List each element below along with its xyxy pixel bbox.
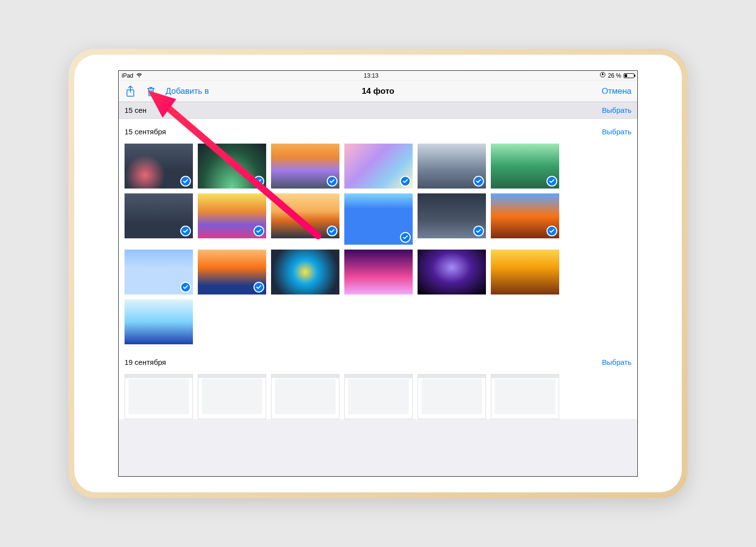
photo-thumbnail[interactable]: [491, 193, 559, 238]
section-header: 19 сентября Выбрать: [119, 355, 637, 370]
selected-checkmark-icon: [400, 176, 411, 187]
wifi-icon: [136, 72, 143, 79]
photo-thumbnail[interactable]: [344, 374, 413, 419]
battery-percent: 26 %: [608, 72, 621, 79]
selected-checkmark-icon: [327, 176, 337, 187]
status-bar: iPad 13:13 26 %: [119, 71, 637, 81]
photo-thumbnail[interactable]: [344, 250, 413, 295]
selected-checkmark-icon: [473, 226, 484, 236]
photo-thumbnail[interactable]: [271, 250, 339, 295]
device-label: iPad: [122, 72, 133, 79]
nav-title: 14 фото: [362, 86, 395, 96]
selected-checkmark-icon: [253, 176, 264, 187]
photo-thumbnail[interactable]: [491, 374, 559, 419]
rotation-lock-icon: [600, 72, 606, 79]
selected-checkmark-icon: [253, 282, 264, 293]
photo-thumbnail[interactable]: [125, 250, 193, 295]
selected-checkmark-icon: [400, 232, 411, 243]
photo-thumbnail[interactable]: [198, 144, 266, 189]
selected-checkmark-icon: [180, 226, 191, 236]
photo-thumbnail[interactable]: [418, 193, 486, 238]
trash-button[interactable]: [145, 85, 157, 97]
photo-thumbnail[interactable]: [344, 193, 413, 245]
photo-thumbnail[interactable]: [491, 144, 559, 189]
select-link[interactable]: Выбрать: [602, 358, 631, 366]
photo-thumbnail[interactable]: [125, 299, 193, 344]
photo-thumbnail[interactable]: [125, 374, 193, 419]
photo-thumbnail[interactable]: [198, 250, 266, 295]
photo-thumbnail[interactable]: [125, 144, 193, 189]
photo-thumbnail[interactable]: [125, 193, 193, 238]
screen: iPad 13:13 26 %: [118, 70, 638, 477]
select-link[interactable]: Выбрать: [602, 127, 631, 136]
photo-grid: [119, 370, 637, 419]
section-date: 15 сентября: [125, 127, 166, 136]
selected-checkmark-icon: [180, 282, 191, 293]
device-bezel: iPad 13:13 26 %: [74, 55, 682, 492]
photo-thumbnail[interactable]: [344, 144, 413, 189]
photo-thumbnail[interactable]: [418, 250, 486, 295]
section-date: 15 сен: [125, 106, 147, 114]
photo-grid: [119, 140, 637, 355]
photo-thumbnail[interactable]: [271, 193, 339, 238]
selected-checkmark-icon: [327, 226, 337, 236]
add-to-button[interactable]: Добавить в: [166, 86, 209, 96]
section-header-partial: 15 сен Выбрать: [119, 102, 637, 119]
photo-thumbnail[interactable]: [271, 144, 339, 189]
photo-thumbnail[interactable]: [418, 374, 486, 419]
ipad-device-frame: iPad 13:13 26 %: [68, 49, 688, 498]
section-date: 19 сентября: [125, 358, 166, 366]
battery-icon: [624, 73, 634, 78]
navigation-bar: Добавить в 14 фото Отмена: [119, 81, 637, 102]
photo-thumbnail[interactable]: [198, 374, 266, 419]
share-icon: [126, 85, 135, 97]
section-header: 15 сентября Выбрать: [119, 119, 637, 140]
selected-checkmark-icon: [180, 176, 191, 187]
photo-thumbnail[interactable]: [491, 250, 559, 295]
status-time: 13:13: [364, 72, 378, 79]
selected-checkmark-icon: [473, 176, 484, 187]
selected-checkmark-icon: [546, 176, 557, 187]
trash-icon: [146, 86, 156, 97]
share-button[interactable]: [125, 85, 136, 97]
selected-checkmark-icon: [546, 226, 557, 236]
content-scroll[interactable]: 15 сен Выбрать 15 сентября Выбрать 19 се…: [119, 102, 637, 476]
photo-thumbnail[interactable]: [198, 193, 266, 238]
photo-thumbnail[interactable]: [271, 374, 339, 419]
cancel-button[interactable]: Отмена: [602, 86, 631, 96]
select-link[interactable]: Выбрать: [602, 106, 631, 114]
photo-thumbnail[interactable]: [418, 144, 486, 189]
selected-checkmark-icon: [253, 226, 264, 236]
